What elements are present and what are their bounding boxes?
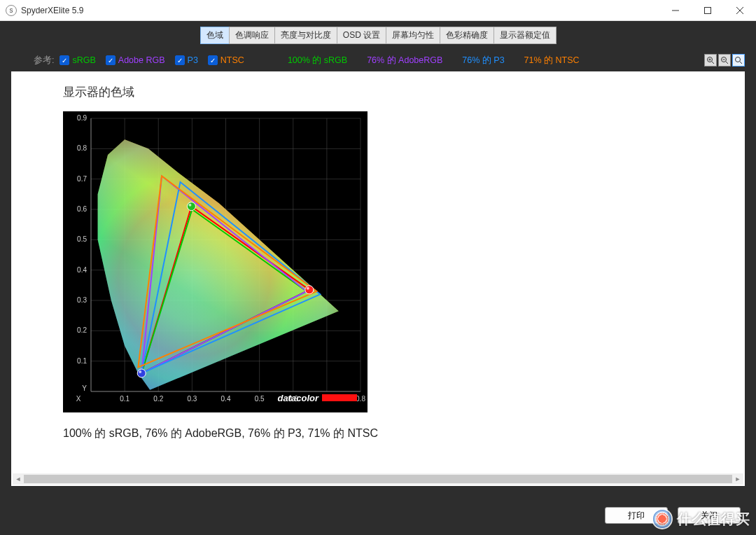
app-icon: s [6,5,17,16]
svg-text:0.9: 0.9 [77,114,87,122]
check-icon: ✓ [208,55,218,65]
svg-line-5 [712,62,714,64]
svg-text:X: X [76,395,81,403]
svg-text:0.1: 0.1 [120,395,130,403]
zoom-out-icon [720,56,729,64]
svg-text:0.6: 0.6 [77,205,87,213]
maximize-icon [704,7,711,14]
svg-text:0.8: 0.8 [356,395,365,403]
close-window-button[interactable] [724,0,756,21]
svg-text:Y: Y [82,384,87,392]
tab-3[interactable]: OSD 设置 [337,27,386,44]
tab-1[interactable]: 色调响应 [229,27,275,44]
result-0: 100% 的 sRGB [288,55,347,67]
tab-4[interactable]: 屏幕均匀性 [386,27,440,44]
svg-point-56 [139,370,141,373]
tab-0[interactable]: 色域 [200,27,230,44]
zoom-controls [704,54,745,67]
svg-line-12 [740,62,742,64]
reference-label: 参考: [34,55,54,67]
svg-text:0.5: 0.5 [255,395,265,403]
checkbox-adobe-rgb[interactable]: ✓Adobe RGB [106,55,165,65]
svg-rect-58 [322,394,357,401]
check-icon: ✓ [59,55,69,65]
watermark-text: 什么值得买 [677,510,750,529]
svg-rect-1 [705,7,711,13]
svg-point-53 [187,202,195,211]
svg-text:0.4: 0.4 [221,395,231,403]
svg-text:0.4: 0.4 [77,266,87,274]
magnifier-icon [734,56,743,64]
result-2: 76% 的 P3 [462,55,504,67]
section-heading: 显示器的色域 [63,84,745,100]
zoom-out-button[interactable] [718,54,731,67]
zoom-in-button[interactable] [704,54,717,67]
svg-text:0.1: 0.1 [77,357,87,365]
window-title: SpyderXElite 5.9 [21,6,83,15]
minimize-button[interactable] [659,0,692,21]
svg-line-9 [726,62,728,64]
result-1: 76% 的 AdobeRGB [367,55,442,67]
check-icon: ✓ [106,55,115,65]
zoom-reset-button[interactable] [732,54,745,67]
svg-text:0.5: 0.5 [77,235,87,243]
checkbox-srgb[interactable]: ✓sRGB [59,55,95,65]
tab-6[interactable]: 显示器额定值 [493,27,556,44]
legend-row: 参考: ✓sRGB✓Adobe RGB✓P3✓NTSC 100% 的 sRGB7… [4,44,752,74]
tab-2[interactable]: 亮度与对比度 [274,27,337,44]
svg-point-51 [305,286,314,294]
svg-text:0.8: 0.8 [77,144,87,152]
svg-text:0.3: 0.3 [187,395,197,403]
svg-text:0.2: 0.2 [77,326,87,334]
svg-text:datacolor: datacolor [277,393,318,403]
svg-point-55 [137,369,146,377]
minimize-icon [672,7,679,14]
checkbox-p3[interactable]: ✓P3 [175,55,198,65]
titlebar: s SpyderXElite 5.9 [0,0,756,21]
close-icon [736,7,743,14]
gamut-chart: 0.10.20.30.40.50.60.70.8X0.10.20.30.40.5… [63,111,368,412]
zoom-in-icon [706,56,715,64]
maximize-button[interactable] [692,0,724,21]
checkbox-ntsc[interactable]: ✓NTSC [208,55,244,65]
tab-5[interactable]: 色彩精确度 [440,27,494,44]
scroll-right-icon[interactable]: ► [732,473,743,485]
tab-row: 色域色调响应亮度与对比度OSD 设置屏幕均匀性色彩精确度显示器额定值 [4,25,752,44]
watermark-logo-icon [652,508,673,529]
svg-point-52 [307,287,309,290]
check-icon: ✓ [175,55,185,65]
svg-text:0.7: 0.7 [77,175,87,183]
svg-text:0.2: 0.2 [153,395,163,403]
svg-text:0.3: 0.3 [77,296,87,304]
main-panel: 色域色调响应亮度与对比度OSD 设置屏幕均匀性色彩精确度显示器额定值 参考: ✓… [0,21,756,535]
result-3: 71% 的 NTSC [524,55,580,67]
scroll-left-icon[interactable]: ◄ [13,473,24,485]
summary-text: 100% 的 sRGB, 76% 的 AdobeRGB, 76% 的 P3, 7… [63,426,745,441]
svg-point-54 [188,204,191,207]
svg-point-11 [736,57,741,62]
watermark: 什么值得买 [652,508,750,529]
content-frame: 显示器的色域 0.10.20.30.40.50.60.70.8X0.10.20.… [11,71,745,486]
horizontal-scrollbar[interactable]: ◄ ► [13,473,743,485]
